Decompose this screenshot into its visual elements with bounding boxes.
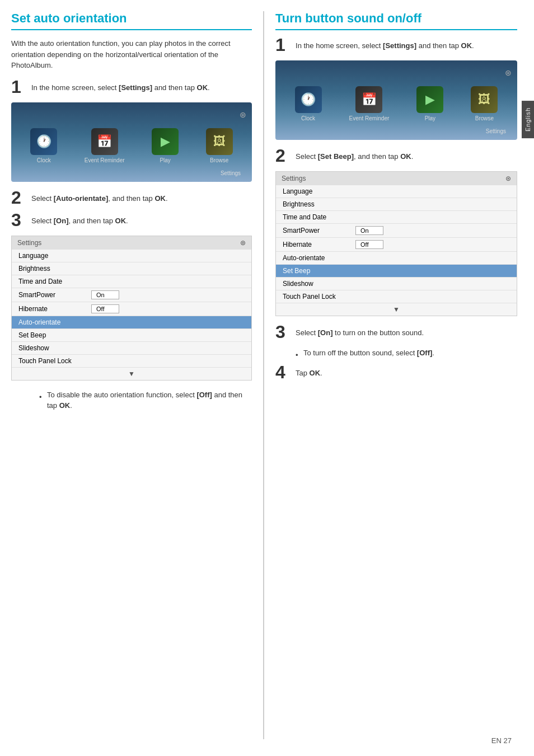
settings-header-right: Settings ⊛ bbox=[276, 172, 517, 185]
wifi-icon-right: ⊛ bbox=[505, 68, 512, 77]
smartpower-value-right: On bbox=[355, 226, 383, 235]
slideshow-label-right: Slideshow bbox=[283, 280, 355, 288]
left-section-title: Set auto orientation bbox=[11, 11, 252, 30]
smartpower-value-left: On bbox=[91, 290, 119, 299]
smartpower-label-right: SmartPower bbox=[283, 227, 355, 234]
browse-icon-item-left: 🖼 Browse bbox=[206, 128, 233, 163]
settings-row-language-left: Language bbox=[12, 250, 251, 262]
step-text-3-left: Select [On], and then tap OK. bbox=[31, 215, 128, 227]
settings-row-hibernate-left: Hibernate Off bbox=[12, 302, 251, 316]
clock-icon-item-right: 🕐 Clock bbox=[295, 86, 322, 121]
step-text-2-left: Select [Auto-orientate], and then tap OK… bbox=[31, 193, 168, 204]
right-bullet-list: • To turn off the button sound, select [… bbox=[296, 348, 517, 361]
setbeep-label-left: Set Beep bbox=[18, 331, 91, 339]
settings-panel-right: Settings ⊛ Language Brightness Time and … bbox=[275, 171, 517, 316]
slideshow-label-left: Slideshow bbox=[18, 344, 91, 352]
step-num-3-left: 3 bbox=[11, 211, 31, 229]
clock-icon-item-left: 🕐 Clock bbox=[30, 128, 57, 163]
play-icon-right: ▶ bbox=[416, 86, 443, 113]
step-text-1: In the home screen, select [Settings] an… bbox=[31, 82, 210, 93]
brightness-label-right: Brightness bbox=[283, 200, 355, 208]
step-num-1-right: 1 bbox=[275, 36, 296, 54]
language-label-left: Language bbox=[18, 252, 91, 260]
left-step-1: 1 In the home screen, select [Settings] … bbox=[11, 80, 252, 96]
left-body-text: With the auto orientation function, you … bbox=[11, 38, 252, 71]
right-section: Turn button sound on/off 1 In the home s… bbox=[264, 11, 517, 739]
brightness-label-left: Brightness bbox=[18, 265, 91, 273]
home-screen-right: ⊛ 🕐 Clock 📅 Event Reminder ▶ Play 🖼 Brow bbox=[275, 60, 517, 140]
hibernate-value-right: Off bbox=[355, 240, 383, 249]
settings-icon-right: ⊛ bbox=[505, 175, 511, 182]
bullet-dot-left: • bbox=[39, 392, 43, 403]
right-bullet-item: • To turn off the button sound, select [… bbox=[296, 348, 517, 361]
right-step-4: 4 Tap OK. bbox=[275, 365, 517, 381]
left-section: Set auto orientation With the auto orien… bbox=[11, 11, 264, 739]
settings-row-touchlock-right: Touch Panel Lock bbox=[276, 290, 517, 303]
browse-icon-right: 🖼 bbox=[471, 86, 498, 113]
left-bullet-list: • To disable the auto orientation functi… bbox=[39, 389, 252, 411]
settings-row-brightness-right: Brightness bbox=[276, 198, 517, 211]
hibernate-label-left: Hibernate bbox=[18, 305, 91, 313]
bullet-dot-right: • bbox=[296, 350, 299, 361]
step-num-2-left: 2 bbox=[11, 189, 31, 206]
side-tab: English bbox=[522, 101, 534, 138]
right-section-title: Turn button sound on/off bbox=[275, 11, 517, 30]
browse-label-left: Browse bbox=[210, 157, 228, 163]
settings-panel-left: Settings ⊛ Language Brightness Time and … bbox=[11, 236, 252, 381]
language-label-right: Language bbox=[283, 187, 355, 195]
step-num-3-right: 3 bbox=[275, 323, 296, 341]
auto-orientate-label-left: Auto-orientate bbox=[18, 318, 91, 326]
browse-icon-item-right: 🖼 Browse bbox=[471, 86, 498, 121]
settings-label-left: Settings bbox=[17, 170, 246, 176]
touchlock-label-right: Touch Panel Lock bbox=[283, 293, 355, 300]
settings-row-setbeep-left: Set Beep bbox=[12, 329, 251, 342]
calendar-icon-left: 📅 bbox=[91, 128, 118, 155]
settings-row-hibernate-right: Hibernate Off bbox=[276, 238, 517, 252]
touchlock-label-left: Touch Panel Lock bbox=[18, 357, 91, 365]
step-num-2-right: 2 bbox=[275, 147, 296, 165]
play-icon-left: ▶ bbox=[152, 128, 179, 155]
right-step-2: 2 Select [Set Beep], and then tap OK. bbox=[275, 149, 517, 165]
page-footer: EN 27 bbox=[491, 736, 512, 745]
settings-icon-left: ⊛ bbox=[240, 239, 246, 247]
step-text-4-right: Tap OK. bbox=[296, 368, 322, 379]
clock-icon-left: 🕐 bbox=[30, 128, 57, 155]
right-step-3: 3 Select [On] to turn on the button soun… bbox=[275, 325, 517, 341]
clock-icon-right: 🕐 bbox=[295, 86, 322, 113]
smartpower-label-left: SmartPower bbox=[18, 291, 91, 299]
right-step-1: 1 In the home screen, select [Settings] … bbox=[275, 38, 517, 54]
clock-label-right: Clock bbox=[301, 115, 315, 121]
wifi-icon-left: ⊛ bbox=[240, 110, 246, 119]
settings-row-timedate-left: Time and Date bbox=[12, 275, 251, 288]
calendar-icon-item-right: 📅 Event Reminder bbox=[349, 86, 390, 121]
settings-row-language-right: Language bbox=[276, 185, 517, 198]
timedate-label-left: Time and Date bbox=[18, 278, 91, 285]
left-bullet-item: • To disable the auto orientation functi… bbox=[39, 389, 252, 411]
calendar-icon-right: 📅 bbox=[355, 86, 382, 113]
left-step-2: 2 Select [Auto-orientate], and then tap … bbox=[11, 191, 252, 206]
settings-title-right: Settings bbox=[282, 175, 306, 182]
step-text-2-right: Select [Set Beep], and then tap OK. bbox=[296, 151, 413, 162]
settings-row-slideshow-left: Slideshow bbox=[12, 342, 251, 355]
settings-row-smartpower-left: SmartPower On bbox=[12, 288, 251, 302]
settings-row-slideshow-right: Slideshow bbox=[276, 278, 517, 290]
home-screen-left: ⊛ 🕐 Clock 📅 Event Reminder ▶ Play 🖼 Brow bbox=[11, 102, 252, 182]
bullet-text-left: To disable the auto orientation function… bbox=[47, 389, 252, 411]
play-icon-item-left: ▶ Play bbox=[152, 128, 179, 163]
settings-header-left: Settings ⊛ bbox=[12, 236, 251, 250]
settings-row-smartpower-right: SmartPower On bbox=[276, 224, 517, 238]
auto-orientate-label-right: Auto-orientate bbox=[283, 254, 355, 262]
step-text-3-right: Select [On] to turn on the button sound. bbox=[296, 327, 424, 339]
calendar-label-left: Event Reminder bbox=[85, 157, 125, 163]
settings-row-setbeep-right: Set Beep bbox=[276, 265, 517, 278]
hibernate-value-left: Off bbox=[91, 304, 119, 313]
settings-row-timedate-right: Time and Date bbox=[276, 211, 517, 224]
home-icons-row-right: 🕐 Clock 📅 Event Reminder ▶ Play 🖼 Browse bbox=[281, 82, 512, 126]
settings-row-auto-orientate-right: Auto-orientate bbox=[276, 252, 517, 265]
play-label-right: Play bbox=[425, 115, 435, 121]
settings-row-brightness-left: Brightness bbox=[12, 262, 251, 275]
step-num-4-right: 4 bbox=[275, 363, 296, 381]
hibernate-label-right: Hibernate bbox=[283, 241, 355, 248]
calendar-icon-item-left: 📅 Event Reminder bbox=[85, 128, 125, 163]
bullet-text-right: To turn off the button sound, select [Of… bbox=[303, 348, 434, 359]
